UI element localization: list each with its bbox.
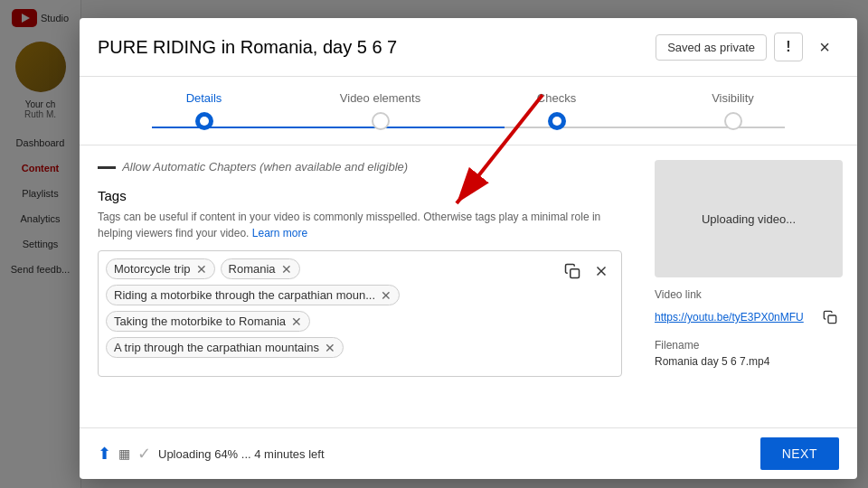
tags-row-4: A trip through the carpathian mountains …	[106, 337, 614, 358]
saved-as-private-button[interactable]: Saved as private	[656, 34, 767, 61]
tags-section-title: Tags	[98, 188, 622, 203]
svg-point-2	[200, 117, 209, 126]
tag-remove-trip-carpathian[interactable]: ✕	[325, 342, 335, 354]
tag-label: Romania	[229, 262, 276, 276]
step-visibility[interactable]: Visibility	[645, 91, 821, 130]
tag-label: A trip through the carpathian mountains	[114, 341, 319, 354]
upload-icon: ⬆	[98, 444, 111, 464]
tag-label: Taking the motorbike to Romania	[114, 314, 286, 328]
next-button[interactable]: NEXT	[760, 437, 839, 470]
tags-actions	[560, 258, 614, 284]
svg-rect-4	[571, 269, 580, 278]
tags-description: Tags can be useful if content in your vi…	[98, 209, 622, 241]
tags-input-container[interactable]: Motorcycle trip ✕ Romania ✕ Riding a mot…	[98, 250, 622, 377]
step-video-elements-label: Video elements	[340, 91, 420, 105]
step-checks[interactable]: Checks	[468, 91, 645, 130]
tags-row-1: Motorcycle trip ✕ Romania ✕	[106, 258, 614, 279]
step-checks-circle	[548, 112, 566, 130]
truncated-hint: Allow Automatic Chapters (when available…	[98, 160, 622, 174]
svg-point-3	[552, 117, 561, 126]
tags-row-2: Riding a motorbike through the carpathia…	[106, 285, 614, 305]
modal-title: PURE RIDING in Romania, day 5 6 7	[98, 37, 656, 58]
step-details-label: Details	[186, 91, 222, 105]
tag-chip-trip-carpathian: A trip through the carpathian mountains …	[106, 337, 344, 358]
svg-rect-7	[828, 315, 836, 324]
stepper: Details Video elements Checks Visibility	[80, 77, 857, 145]
check-icon: ✓	[137, 444, 151, 464]
warning-icon: !	[786, 39, 790, 55]
modal-header: PURE RIDING in Romania, day 5 6 7 Saved …	[80, 18, 857, 77]
step-visibility-circle	[724, 112, 742, 130]
clear-tags-button[interactable]	[589, 258, 614, 284]
filename-label: Filename	[655, 339, 843, 352]
modal-left-panel: Allow Automatic Chapters (when available…	[80, 145, 640, 427]
filename-value: Romania day 5 6 7.mp4	[655, 355, 843, 368]
video-link-url[interactable]: https://youtu.be/tyE3PX0nMFU	[655, 311, 812, 324]
grid-icon: ▦	[118, 446, 130, 461]
step-details[interactable]: Details	[116, 91, 292, 130]
modal-footer: ⬆ ▦ ✓ Uploading 64% ... 4 minutes left N…	[80, 427, 857, 479]
modal: PURE RIDING in Romania, day 5 6 7 Saved …	[80, 18, 857, 479]
tag-remove-riding-motorbike[interactable]: ✕	[381, 289, 392, 302]
tag-remove-romania[interactable]: ✕	[281, 263, 292, 276]
step-video-elements-circle	[372, 112, 390, 130]
copy-tags-button[interactable]	[560, 258, 585, 284]
video-link-label: Video link	[655, 288, 843, 301]
learn-more-link[interactable]: Learn more	[252, 227, 307, 239]
video-link-row: https://youtu.be/tyE3PX0nMFU	[655, 305, 843, 330]
copy-link-button[interactable]	[817, 305, 843, 330]
tag-chip-riding-motorbike: Riding a motorbike through the carpathia…	[106, 285, 400, 305]
tag-remove-taking-motorbike[interactable]: ✕	[291, 315, 302, 328]
tag-chip-taking-motorbike: Taking the motorbike to Romania ✕	[106, 311, 310, 332]
warning-button[interactable]: !	[774, 33, 803, 61]
modal-right-panel: Uploading video... Video link https://yo…	[640, 145, 857, 427]
modal-body: Allow Automatic Chapters (when available…	[80, 145, 857, 427]
tag-label: Motorcycle trip	[114, 262, 191, 276]
uploading-text: Uploading video...	[702, 212, 796, 226]
step-checks-label: Checks	[537, 91, 576, 105]
tag-label: Riding a motorbike through the carpathia…	[114, 288, 375, 302]
upload-status: Uploading 64% ... 4 minutes left	[158, 447, 760, 461]
video-preview: Uploading video...	[655, 160, 843, 277]
tag-chip-romania: Romania ✕	[221, 258, 300, 279]
close-button[interactable]: ×	[810, 33, 839, 61]
tag-remove-motorcycle-trip[interactable]: ✕	[196, 263, 207, 276]
step-details-circle	[195, 112, 213, 130]
step-video-elements[interactable]: Video elements	[292, 91, 468, 130]
tags-row-3: Taking the motorbike to Romania ✕	[106, 311, 614, 332]
tag-chip-motorcycle-trip: Motorcycle trip ✕	[106, 258, 215, 279]
step-visibility-label: Visibility	[712, 91, 754, 105]
